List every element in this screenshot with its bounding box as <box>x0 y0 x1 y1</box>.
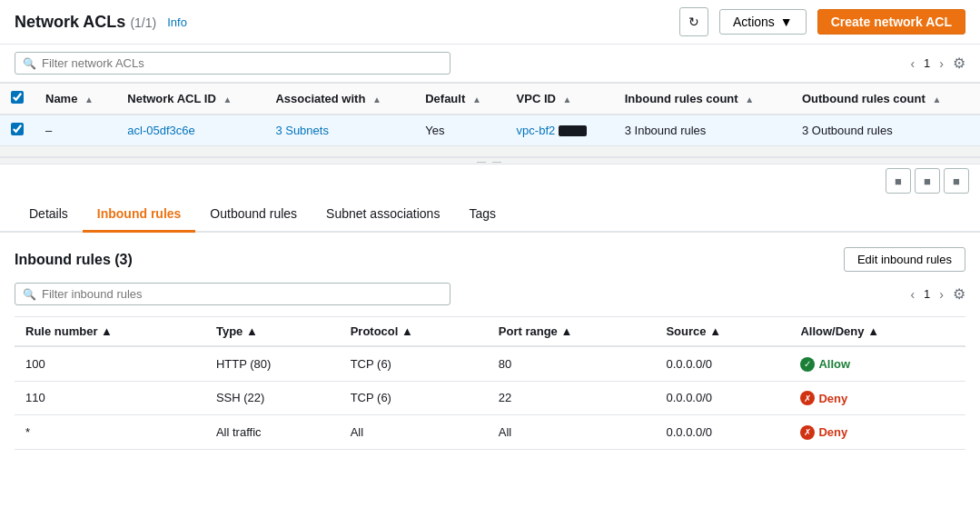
vpc-id-link[interactable]: vpc-bf2 <box>517 124 556 137</box>
cell-type: HTTP (80) <box>205 346 340 381</box>
cell-protocol: TCP (6) <box>340 381 488 415</box>
page-number: 1 <box>924 56 930 70</box>
cell-source: 0.0.0.0/0 <box>655 381 789 415</box>
tab-subnet-associations[interactable]: Subnet associations <box>312 197 454 233</box>
row-checkbox-cell <box>0 115 35 146</box>
count-text: (1/1) <box>130 15 156 30</box>
cell-port-range: 80 <box>488 346 656 381</box>
tab-tags[interactable]: Tags <box>454 197 510 233</box>
inbound-rules-title: Inbound rules (3) <box>15 252 133 268</box>
col-allow-deny: Allow/Deny ▲ <box>789 317 965 347</box>
cell-protocol: All <box>340 415 488 450</box>
inbound-settings-icon[interactable]: ⚙ <box>953 285 965 303</box>
redacted-text <box>559 125 587 136</box>
lower-header: Inbound rules (3) Edit inbound rules <box>15 247 965 272</box>
view-fullscreen-button[interactable]: ■ <box>944 168 969 194</box>
view-split-horizontal-button[interactable]: ■ <box>886 168 911 194</box>
cell-vpc-id: vpc-bf2 <box>506 115 614 146</box>
table-row: * All traffic All All 0.0.0.0/0 ✗Deny <box>15 415 965 450</box>
deny-text: Deny <box>818 392 847 405</box>
tab-outbound-rules[interactable]: Outbound rules <box>195 197 312 233</box>
cell-default: Yes <box>414 115 505 146</box>
sort-icon: ▲ <box>560 324 572 338</box>
col-default: Default ▲ <box>414 84 505 115</box>
next-page-button[interactable]: › <box>935 55 947 73</box>
sort-icon: ▲ <box>246 324 258 338</box>
network-acl-table: Name ▲ Network ACL ID ▲ Associated with … <box>0 83 980 146</box>
cell-inbound-count: 3 Inbound rules <box>614 115 791 146</box>
inbound-rules-table: Rule number ▲ Type ▲ Protocol ▲ Port ran… <box>15 316 965 450</box>
table-row: 110 SSH (22) TCP (6) 22 0.0.0.0/0 ✗Deny <box>15 381 965 415</box>
sort-icon: ▲ <box>932 95 941 105</box>
circle-check-icon: ✓ <box>800 357 815 372</box>
actions-button[interactable]: Actions ▼ <box>719 9 807 35</box>
actions-label: Actions <box>733 15 775 29</box>
sort-icon: ▲ <box>372 95 381 105</box>
tab-inbound-rules[interactable]: Inbound rules <box>83 197 196 233</box>
table-header-row: Name ▲ Network ACL ID ▲ Associated with … <box>0 84 980 115</box>
col-type: Type ▲ <box>205 317 340 347</box>
tab-details[interactable]: Details <box>15 197 83 233</box>
scroll-inner <box>0 146 980 147</box>
cell-type: SSH (22) <box>205 381 340 415</box>
cell-allow-deny: ✓Allow <box>789 346 965 381</box>
sort-icon: ▲ <box>709 324 721 338</box>
col-associated-with: Associated with ▲ <box>264 84 414 115</box>
view-split-vertical-button[interactable]: ■ <box>915 168 940 194</box>
search-input[interactable] <box>42 56 442 70</box>
header: Network ACLs (1/1) Info ↻ Actions ▼ Crea… <box>0 0 980 45</box>
refresh-button[interactable]: ↻ <box>679 7 708 36</box>
acl-id-link[interactable]: acl-05df3c6e <box>127 124 194 137</box>
cell-name: – <box>35 115 116 146</box>
cell-type: All traffic <box>205 415 340 450</box>
cell-port-range: 22 <box>488 381 656 415</box>
resize-handle[interactable]: — — <box>0 157 980 164</box>
deny-badge: ✗Deny <box>800 391 847 405</box>
prev-page-button[interactable]: ‹ <box>906 55 918 73</box>
sort-icon: ▲ <box>401 324 413 338</box>
col-name: Name ▲ <box>35 84 116 115</box>
cell-source: 0.0.0.0/0 <box>655 415 789 450</box>
sort-icon: ▲ <box>101 324 113 338</box>
subnets-link[interactable]: 3 Subnets <box>275 124 329 137</box>
sort-icon: ▲ <box>472 95 481 105</box>
select-all-checkbox[interactable] <box>11 91 24 104</box>
col-rule-number: Rule number ▲ <box>15 317 205 347</box>
inbound-rules-panel: Inbound rules (3) Edit inbound rules 🔍 ‹… <box>0 233 980 464</box>
page-container: Network ACLs (1/1) Info ↻ Actions ▼ Crea… <box>0 0 980 508</box>
row-checkbox[interactable] <box>11 123 24 135</box>
lower-search-row: 🔍 ‹ 1 › ⚙ <box>15 283 965 305</box>
col-vpc-id: VPC ID ▲ <box>506 84 614 115</box>
cell-acl-id: acl-05df3c6e <box>116 115 264 146</box>
edit-inbound-rules-button[interactable]: Edit inbound rules <box>844 247 965 272</box>
inbound-page-number: 1 <box>924 287 930 301</box>
cell-allow-deny: ✗Deny <box>789 415 965 450</box>
detail-tabs: Details Inbound rules Outbound rules Sub… <box>0 197 980 233</box>
cell-rule-number: 110 <box>15 381 205 415</box>
inbound-prev-page-button[interactable]: ‹ <box>906 285 918 304</box>
pagination-row: ‹ 1 › ⚙ <box>906 55 965 73</box>
inbound-search-input[interactable] <box>42 287 442 301</box>
circle-x-icon: ✗ <box>800 425 815 440</box>
cell-associated-with: 3 Subnets <box>264 115 414 146</box>
col-port-range: Port range ▲ <box>488 317 656 347</box>
sort-icon: ▲ <box>563 95 572 105</box>
sort-icon: ▲ <box>867 324 879 338</box>
search-row: 🔍 ‹ 1 › ⚙ <box>0 45 980 83</box>
settings-icon[interactable]: ⚙ <box>953 55 965 72</box>
table-row: – acl-05df3c6e 3 Subnets Yes vpc-bf2 3 I… <box>0 115 980 146</box>
cell-outbound-count: 3 Outbound rules <box>791 115 980 146</box>
search-icon: 🔍 <box>23 288 36 301</box>
rules-header-row: Rule number ▲ Type ▲ Protocol ▲ Port ran… <box>15 317 965 347</box>
circle-x-icon: ✗ <box>800 391 815 405</box>
title-text: Network ACLs <box>15 13 125 31</box>
cell-protocol: TCP (6) <box>340 346 488 381</box>
col-source: Source ▲ <box>655 317 789 347</box>
inbound-next-page-button[interactable]: › <box>935 285 947 304</box>
col-inbound-rules: Inbound rules count ▲ <box>614 84 791 115</box>
select-all-header <box>0 84 35 115</box>
info-link[interactable]: Info <box>167 15 187 29</box>
lower-pagination: ‹ 1 › ⚙ <box>906 285 965 304</box>
inbound-filter-box: 🔍 <box>15 283 450 305</box>
create-network-acl-button[interactable]: Create network ACL <box>817 9 965 35</box>
